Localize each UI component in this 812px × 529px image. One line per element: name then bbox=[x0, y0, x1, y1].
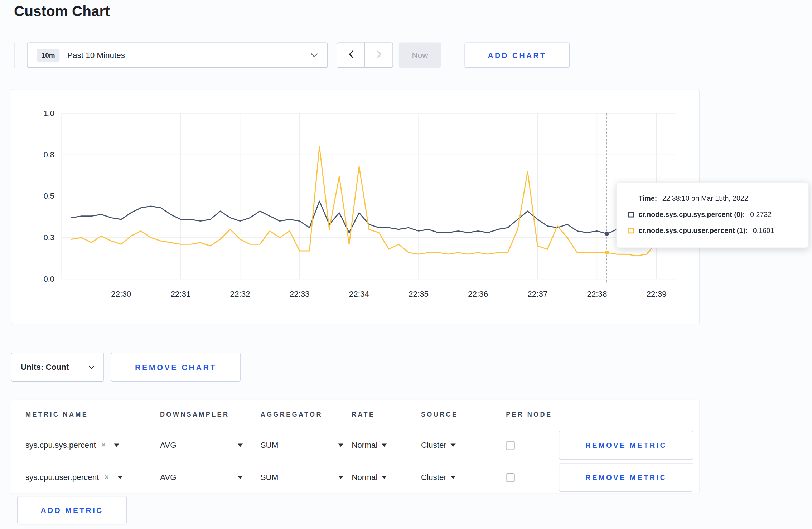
clear-metric-icon[interactable]: × bbox=[101, 441, 106, 450]
aggregator-value: SUM bbox=[261, 473, 279, 482]
add-metric-button[interactable]: ADD METRIC bbox=[17, 496, 127, 525]
svg-text:22:34: 22:34 bbox=[349, 290, 369, 299]
chart-card: 1.00.80.50.30.022:3022:3122:3222:3322:34… bbox=[11, 89, 700, 324]
prev-time-button[interactable] bbox=[337, 43, 365, 68]
chevron-down-icon bbox=[311, 53, 318, 58]
metrics-table-header: METRIC NAME DOWNSAMPLER AGGREGATOR RATE … bbox=[11, 400, 699, 429]
units-dropdown[interactable]: Units: Count bbox=[11, 353, 104, 382]
time-nav-group bbox=[337, 43, 393, 68]
source-select[interactable]: Cluster bbox=[421, 441, 456, 450]
caret-down-icon bbox=[238, 476, 243, 479]
caret-down-icon bbox=[451, 476, 456, 479]
col-header-source: SOURCE bbox=[421, 411, 489, 418]
svg-text:22:37: 22:37 bbox=[527, 290, 547, 299]
per-node-checkbox[interactable] bbox=[506, 473, 515, 482]
metric-name-value: sys.cpu.user.percent bbox=[25, 473, 99, 482]
tooltip-series-label: cr.node.sys.cpu.sys.percent (0): bbox=[638, 211, 745, 219]
time-range-label: Past 10 Minutes bbox=[67, 50, 125, 60]
metric-name-select[interactable]: sys.cpu.sys.percent × bbox=[25, 441, 119, 450]
svg-text:22:32: 22:32 bbox=[230, 290, 250, 299]
tooltip-time-row: Time: 22:38:10 on Mar 15th, 2022 bbox=[628, 190, 798, 207]
svg-text:22:33: 22:33 bbox=[290, 290, 310, 299]
tooltip-series-value: 0.1601 bbox=[753, 227, 774, 235]
col-header-downsampler: DOWNSAMPLER bbox=[160, 411, 261, 418]
downsampler-select[interactable]: AVG bbox=[160, 473, 243, 482]
custom-chart-page: Custom Chart 10m Past 10 Minutes Now ADD… bbox=[0, 0, 812, 529]
caret-down-icon bbox=[117, 476, 122, 479]
series-user-swatch-icon bbox=[628, 228, 634, 233]
metric-name-value: sys.cpu.sys.percent bbox=[25, 441, 96, 450]
caret-down-icon bbox=[238, 444, 243, 447]
tooltip-time-value: 22:38:10 on Mar 15th, 2022 bbox=[662, 195, 748, 203]
svg-text:0.0: 0.0 bbox=[44, 275, 54, 283]
tooltip-series-label: cr.node.sys.cpu.user.percent (1): bbox=[638, 227, 748, 235]
downsampler-value: AVG bbox=[160, 441, 177, 450]
chevron-down-icon bbox=[88, 365, 94, 369]
table-row: sys.cpu.sys.percent × AVG SUM N bbox=[11, 429, 699, 461]
tooltip-series-row: cr.node.sys.cpu.user.percent (1): 0.1601 bbox=[628, 223, 798, 239]
svg-text:22:35: 22:35 bbox=[409, 290, 429, 299]
time-range-badge: 10m bbox=[37, 49, 60, 62]
svg-text:0.8: 0.8 bbox=[44, 150, 54, 159]
aggregator-select[interactable]: SUM bbox=[261, 441, 343, 450]
svg-text:1.0: 1.0 bbox=[44, 109, 54, 118]
svg-text:22:38: 22:38 bbox=[587, 290, 607, 299]
col-header-aggregator: AGGREGATOR bbox=[261, 411, 352, 418]
series-sys-swatch-icon bbox=[628, 212, 634, 218]
caret-down-icon bbox=[451, 444, 456, 447]
table-row: sys.cpu.user.percent × AVG SUM bbox=[11, 461, 699, 494]
add-chart-button[interactable]: ADD CHART bbox=[464, 43, 570, 68]
rate-value: Normal bbox=[352, 441, 377, 450]
aggregator-select[interactable]: SUM bbox=[261, 473, 343, 482]
caret-down-icon bbox=[382, 476, 387, 479]
page-title: Custom Chart bbox=[14, 1, 110, 22]
rate-select[interactable]: Normal bbox=[352, 441, 387, 450]
col-header-metric-name: METRIC NAME bbox=[25, 411, 160, 418]
tooltip-series-row: cr.node.sys.cpu.sys.percent (0): 0.2732 bbox=[628, 207, 798, 223]
now-button[interactable]: Now bbox=[399, 43, 441, 68]
col-header-per-node: PER NODE bbox=[489, 411, 559, 418]
chart-plot[interactable]: 1.00.80.50.30.022:3022:3122:3222:3322:34… bbox=[11, 89, 699, 317]
next-time-button[interactable] bbox=[364, 43, 393, 68]
remove-chart-button[interactable]: REMOVE CHART bbox=[111, 353, 241, 382]
source-select[interactable]: Cluster bbox=[421, 473, 456, 482]
col-header-rate: RATE bbox=[352, 411, 421, 418]
caret-down-icon bbox=[382, 444, 387, 447]
remove-metric-button[interactable]: REMOVE METRIC bbox=[559, 463, 693, 492]
svg-text:22:36: 22:36 bbox=[468, 290, 488, 299]
chevron-right-icon bbox=[376, 50, 381, 60]
tooltip-time-label: Time: bbox=[638, 195, 657, 203]
caret-down-icon bbox=[338, 444, 343, 447]
per-node-checkbox[interactable] bbox=[506, 441, 515, 450]
tooltip-time-spacer bbox=[628, 196, 634, 202]
svg-text:22:30: 22:30 bbox=[111, 290, 131, 299]
chevron-left-icon bbox=[348, 50, 353, 60]
caret-down-icon bbox=[114, 444, 119, 447]
units-dropdown-label: Units: Count bbox=[21, 363, 69, 372]
downsampler-select[interactable]: AVG bbox=[160, 441, 243, 450]
svg-text:22:31: 22:31 bbox=[170, 290, 190, 299]
time-range-picker[interactable]: 10m Past 10 Minutes bbox=[27, 43, 328, 68]
source-value: Cluster bbox=[421, 441, 446, 450]
svg-text:0.3: 0.3 bbox=[44, 233, 54, 242]
remove-metric-button[interactable]: REMOVE METRIC bbox=[559, 431, 693, 460]
rate-value: Normal bbox=[352, 473, 377, 482]
metrics-table: METRIC NAME DOWNSAMPLER AGGREGATOR RATE … bbox=[11, 400, 700, 494]
source-value: Cluster bbox=[421, 473, 446, 482]
tooltip-series-value: 0.2732 bbox=[750, 211, 772, 219]
aggregator-value: SUM bbox=[261, 441, 279, 450]
rate-select[interactable]: Normal bbox=[352, 473, 387, 482]
metric-name-select[interactable]: sys.cpu.user.percent × bbox=[25, 473, 122, 482]
svg-text:0.5: 0.5 bbox=[44, 191, 54, 200]
svg-text:22:39: 22:39 bbox=[647, 290, 667, 299]
downsampler-value: AVG bbox=[160, 473, 177, 482]
caret-down-icon bbox=[338, 476, 343, 479]
chart-tooltip: Time: 22:38:10 on Mar 15th, 2022 cr.node… bbox=[616, 182, 809, 248]
clear-metric-icon[interactable]: × bbox=[104, 473, 109, 482]
toolbar-divider bbox=[14, 43, 14, 68]
